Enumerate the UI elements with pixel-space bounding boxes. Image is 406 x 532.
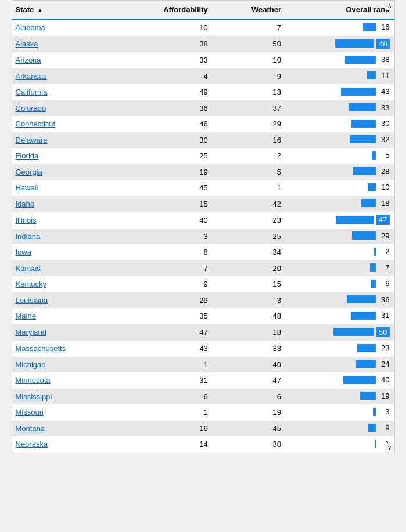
overall-rank-cell: 23 bbox=[293, 341, 394, 357]
state-name[interactable]: Alaska bbox=[12, 36, 131, 53]
weather-value: 3 bbox=[225, 292, 293, 309]
rank-bar bbox=[373, 408, 376, 416]
state-name[interactable]: Connecticut bbox=[12, 116, 131, 132]
state-name[interactable]: Delaware bbox=[12, 132, 131, 149]
state-name[interactable]: Louisiana bbox=[12, 292, 131, 309]
affordability-value: 7 bbox=[130, 260, 225, 277]
table-row: California 49 13 43 bbox=[12, 84, 394, 100]
weather-value: 20 bbox=[225, 260, 293, 277]
state-name[interactable]: Kentucky bbox=[12, 276, 131, 292]
state-name[interactable]: Michigan bbox=[12, 357, 131, 373]
table-scroll-area[interactable]: State ▲ Affordability Weather Overall ra… bbox=[12, 1, 394, 453]
table-row: Nebraska 14 30 1 bbox=[12, 436, 394, 453]
table-row: Missouri 1 19 3 bbox=[12, 404, 394, 421]
affordability-value: 47 bbox=[130, 324, 225, 341]
rank-bar bbox=[371, 280, 376, 288]
rank-bar bbox=[333, 328, 374, 336]
overall-rank-cell: 30 bbox=[293, 116, 394, 132]
state-name[interactable]: Illinois bbox=[12, 212, 131, 229]
weather-value: 23 bbox=[225, 212, 293, 229]
state-name[interactable]: Colorado bbox=[12, 100, 131, 117]
affordability-value: 31 bbox=[130, 372, 225, 389]
state-name[interactable]: Arkansas bbox=[12, 68, 131, 85]
rank-bar bbox=[352, 231, 376, 240]
rank-value: 7 bbox=[378, 263, 390, 272]
state-name[interactable]: Mississippi bbox=[12, 389, 131, 405]
scroll-up-icon: ∧ bbox=[387, 2, 391, 9]
affordability-value: 35 bbox=[130, 308, 225, 324]
state-name[interactable]: California bbox=[12, 84, 131, 100]
affordability-value: 33 bbox=[130, 52, 225, 68]
rank-bar bbox=[368, 424, 376, 432]
rank-value: 6 bbox=[378, 279, 390, 288]
affordability-column-header[interactable]: Affordability bbox=[130, 1, 225, 19]
scroll-down-button[interactable]: ∨ bbox=[385, 443, 394, 453]
affordability-value: 1 bbox=[130, 404, 225, 421]
rank-bar bbox=[361, 199, 376, 207]
rank-bar bbox=[351, 120, 376, 128]
rank-bar bbox=[367, 71, 376, 79]
overall-rank-cell: 32 bbox=[293, 132, 394, 149]
overall-rank-cell: 47 bbox=[293, 212, 394, 229]
overall-rank-cell: 3 bbox=[293, 404, 394, 421]
weather-value: 47 bbox=[225, 372, 293, 389]
overall-rank-cell: 11 bbox=[293, 68, 394, 85]
state-name[interactable]: Arizona bbox=[12, 52, 131, 68]
affordability-value: 43 bbox=[130, 341, 225, 357]
rank-bar bbox=[345, 56, 376, 64]
state-name[interactable]: Nebraska bbox=[12, 436, 131, 453]
weather-value: 5 bbox=[225, 164, 293, 180]
affordability-value: 8 bbox=[130, 244, 225, 260]
state-name[interactable]: Indiana bbox=[12, 229, 131, 245]
weather-value: 9 bbox=[225, 68, 293, 85]
weather-value: 30 bbox=[225, 436, 293, 453]
state-name[interactable]: Idaho bbox=[12, 196, 131, 212]
table-row: Colorado 36 37 33 bbox=[12, 100, 394, 117]
state-column-header[interactable]: State ▲ bbox=[12, 1, 131, 19]
weather-value: 42 bbox=[225, 196, 293, 212]
weather-value: 19 bbox=[225, 404, 293, 421]
table-row: Alaska 38 50 48 bbox=[12, 36, 394, 53]
table-row: Arkansas 4 9 11 bbox=[12, 68, 394, 85]
state-name[interactable]: Massachusetts bbox=[12, 341, 131, 357]
overall-rank-column-header[interactable]: Overall rank bbox=[293, 1, 394, 19]
state-name[interactable]: Maryland bbox=[12, 324, 131, 341]
weather-value: 13 bbox=[225, 84, 293, 100]
rank-bar bbox=[363, 23, 376, 31]
weather-value: 33 bbox=[225, 341, 293, 357]
table-row: Indiana 3 25 29 bbox=[12, 229, 394, 245]
states-table: State ▲ Affordability Weather Overall ra… bbox=[12, 1, 394, 453]
table-row: Maine 35 48 31 bbox=[12, 308, 394, 324]
rank-bar bbox=[368, 183, 376, 191]
state-name[interactable]: Hawaii bbox=[12, 180, 131, 196]
rank-value: 29 bbox=[378, 231, 390, 240]
state-name[interactable]: Georgia bbox=[12, 164, 131, 180]
state-name[interactable]: Missouri bbox=[12, 404, 131, 421]
rank-bar bbox=[375, 440, 376, 448]
affordability-value: 49 bbox=[130, 84, 225, 100]
state-name[interactable]: Kansas bbox=[12, 260, 131, 277]
state-name[interactable]: Maine bbox=[12, 308, 131, 324]
state-name[interactable]: Iowa bbox=[12, 244, 131, 260]
weather-value: 48 bbox=[225, 308, 293, 324]
scroll-up-button[interactable]: ∧ bbox=[385, 1, 394, 10]
affordability-value: 3 bbox=[130, 229, 225, 245]
rank-value: 3 bbox=[378, 407, 390, 416]
state-name[interactable]: Florida bbox=[12, 148, 131, 164]
affordability-value: 40 bbox=[130, 212, 225, 229]
state-name[interactable]: Montana bbox=[12, 421, 131, 437]
table-row: Hawaii 45 1 10 bbox=[12, 180, 394, 196]
rank-value: 31 bbox=[378, 311, 390, 320]
state-name[interactable]: Minnesota bbox=[12, 372, 131, 389]
table-header-row: State ▲ Affordability Weather Overall ra… bbox=[12, 1, 394, 19]
overall-rank-cell: 38 bbox=[293, 52, 394, 68]
rank-value: 9 bbox=[378, 424, 390, 432]
rank-value: 10 bbox=[378, 183, 390, 191]
table-row: Maryland 47 18 50 bbox=[12, 324, 394, 341]
overall-rank-cell: 10 bbox=[293, 180, 394, 196]
affordability-value: 38 bbox=[130, 36, 225, 53]
weather-column-header[interactable]: Weather bbox=[225, 1, 293, 19]
weather-value: 16 bbox=[225, 132, 293, 149]
state-name[interactable]: Alabama bbox=[12, 19, 131, 36]
table-row: Massachusetts 43 33 23 bbox=[12, 341, 394, 357]
